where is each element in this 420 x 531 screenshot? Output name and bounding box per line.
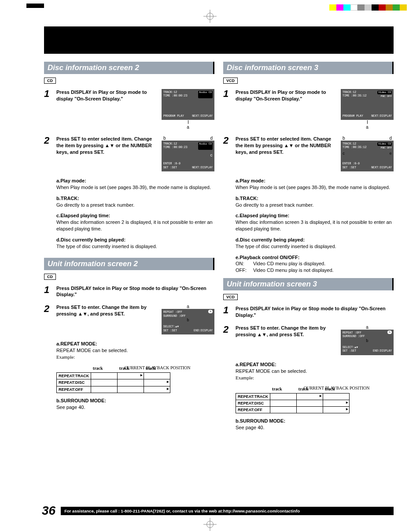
note-c-title: c.Elapsed playing time: <box>236 213 289 218</box>
note-b-title: b.TRACK: <box>56 196 79 201</box>
marker-c: c <box>163 153 213 159</box>
note-c-body: When disc information screen 3 is displa… <box>236 219 392 231</box>
osd-mode: PROGRAM PLAY <box>163 115 184 118</box>
audio-cd-icon: Audio CD <box>198 142 213 150</box>
step-text: Press SET to enter. Change the item by p… <box>56 304 157 317</box>
note-d-title: d.Disc currently being played: <box>236 237 305 242</box>
note-b-body: Go directly to a preset track number. <box>56 202 134 208</box>
note-d-title: d.Disc currently being played: <box>56 237 125 242</box>
osd-enter: ENTER :0-9 <box>163 162 181 166</box>
unit-info-2-header: Unit information screen 2 <box>44 258 214 270</box>
marker-c: c <box>343 152 345 157</box>
osd-screenshot: TRACK:12 TIME :00:00:23 Audio CD PROGRAM… <box>162 89 214 120</box>
note-a-body: When Play mode is set (see pages 38-39),… <box>236 185 390 190</box>
note-c-body: When disc information screen 2 is displa… <box>56 219 213 231</box>
footer-assistance-bar: For assistance, please call : 1-800-211-… <box>61 507 394 515</box>
disc-info-3-header: Disc information screen 3 <box>223 62 394 74</box>
right-column: Disc information screen 3 VCD 1 Press DI… <box>223 62 394 435</box>
osd-select: SELECT:▲▼ <box>343 346 358 349</box>
marker-b: b <box>163 318 213 323</box>
repeat-mode-table: CURRENT PLAYBACK POSITION track track tr… <box>236 385 394 413</box>
osd-surround: SURROUND :OFF <box>163 315 213 318</box>
osd-repeat: REPEAT :OFF <box>163 311 213 314</box>
marker-d: d <box>389 136 392 141</box>
disc-info-2-header: Disc information screen 2 <box>44 62 214 74</box>
note-d-body: The type of disc currently inserted is d… <box>56 244 157 249</box>
step-number: 2 <box>44 136 52 145</box>
marker-e: e <box>390 152 392 157</box>
step-number: 1 <box>223 89 231 99</box>
osd-set: SET :SET <box>343 166 360 170</box>
step-text: Press DISPLAY in Play or Stop mode to di… <box>56 89 157 102</box>
note-a-body: When Play mode is set (see pages 38-39),… <box>56 185 211 190</box>
osd-enter: ENTER :0-9 <box>343 162 360 166</box>
osd-mode: PROGRAM PLAY <box>343 115 363 118</box>
note-b-title: b.TRACK: <box>236 196 258 201</box>
note-a-body: REPEAT MODE can be selected. <box>56 348 128 353</box>
vcd-tag: VCD <box>223 78 238 84</box>
crop-mark-top <box>203 10 217 23</box>
page-number: 36 <box>42 504 55 518</box>
osd-time: TIME :00:35:12 <box>343 146 367 149</box>
osd-select: SELECT:▲▼ <box>163 325 179 329</box>
osd-surround: SURROUND :OFF <box>343 335 392 338</box>
step-text: Press SET to enter selected item. Change… <box>56 136 157 156</box>
off-value: Video CD menu play is not displayed. <box>253 267 334 273</box>
note-b-title: b.SURROUND MODE: <box>236 418 285 423</box>
osd-next: NEXT:DISPLAY <box>371 115 392 118</box>
unit-info-3-header: Unit information screen 3 <box>223 278 394 290</box>
vcd-tag: VCD <box>223 294 238 300</box>
color-calibration-bar <box>329 4 407 11</box>
marker-b: b <box>343 339 392 344</box>
osd-track: TRACK:12 <box>163 91 188 94</box>
note-a-body: REPEAT MODE can be selected. <box>236 368 307 374</box>
osd-set: SET :SET <box>163 329 179 333</box>
step-text: Press SET to enter. Change the item by p… <box>236 325 336 338</box>
osd-track: TRACK:12 <box>343 91 367 94</box>
repeat-mode-table: CURRENT PLAYBACK POSITION track track tr… <box>56 365 214 393</box>
header-band <box>44 26 394 54</box>
current-playback-label: CURRENT PLAYBACK POSITION <box>100 365 214 371</box>
note-b-body: See page 40. <box>236 425 264 430</box>
note-a-title: a.Play mode: <box>56 178 86 183</box>
video-cd-icon: Video CD <box>377 142 392 146</box>
marker-a: a <box>162 120 214 130</box>
step-text: Press DISPLAY in Play or Stop mode to di… <box>236 89 336 102</box>
osd-next: NEXT:DISPLAY <box>371 166 392 170</box>
pbc-label: PBC OFF <box>377 95 392 98</box>
osd-screenshot: TRACK:12 TIME :00:35:12 Video CD PBC OFF… <box>341 89 394 120</box>
marker-a: a <box>341 120 394 130</box>
example-label: Example: <box>236 375 254 380</box>
video-cd-icon: Video CD <box>377 91 392 94</box>
current-playback-label: CURRENT PLAYBACK POSITION <box>280 385 394 391</box>
osd-end: END:DISPLAY <box>194 329 213 333</box>
registration-mark <box>26 4 44 8</box>
cd-tag: CD <box>44 78 56 84</box>
step-number: 1 <box>223 305 231 315</box>
example-label: Example: <box>56 354 75 360</box>
note-b-body: See page 40. <box>56 405 85 410</box>
step-number: 2 <box>223 136 231 145</box>
left-column: Disc information screen 2 CD 1 Press DIS… <box>44 62 214 435</box>
osd-screenshot: TRACK:12 TIME :00:35:12 Video CD PBC OFF… <box>341 141 394 171</box>
note-b-body: Go directly to a preset track number. <box>236 202 313 208</box>
osd-set: SET :SET <box>163 166 181 170</box>
osd-screenshot: REPEAT :OFF SURROUND :OFF ↻ b SELECT:▲▼ … <box>341 330 394 355</box>
step-number: 1 <box>44 89 52 99</box>
marker-d: d <box>210 136 213 141</box>
note-c-title: c.Elapsed playing time: <box>56 213 110 218</box>
on-label: ON: <box>236 260 253 267</box>
marker-b: b <box>163 136 166 141</box>
marker-a: a <box>162 304 214 309</box>
crop-mark-bottom <box>203 518 217 531</box>
osd-time: TIME :00:00:23 <box>163 94 188 98</box>
note-a-title: a.REPEAT MODE: <box>56 341 97 346</box>
note-d-body: The type of disc currently inserted is d… <box>236 244 336 249</box>
osd-time: TIME :00:00:23 <box>163 146 188 149</box>
osd-repeat: REPEAT :OFF <box>343 331 392 335</box>
marker-a: a <box>341 325 394 330</box>
osd-time: TIME :00:35:12 <box>343 94 367 98</box>
osd-next: NEXT:DISPLAY <box>192 115 213 118</box>
repeat-icon: ↻ <box>208 310 213 313</box>
osd-track: TRACK:12 <box>163 142 188 146</box>
